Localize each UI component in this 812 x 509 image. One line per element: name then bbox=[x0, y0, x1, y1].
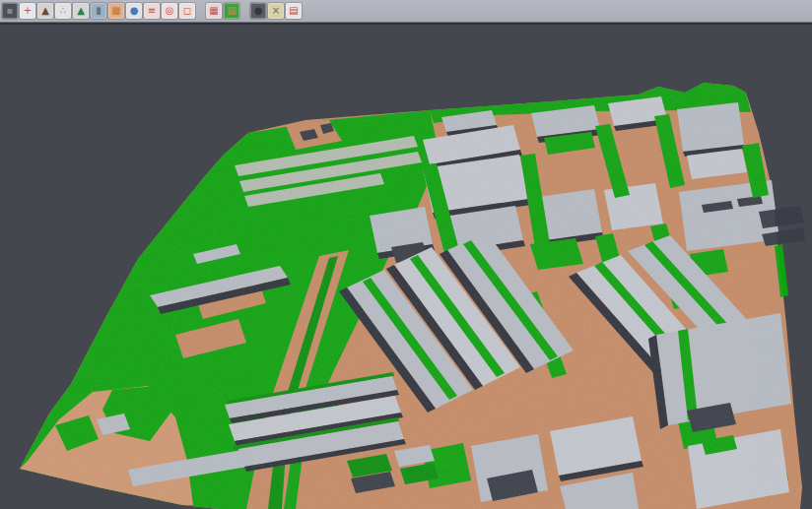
transform-arrows-icon[interactable]: + bbox=[20, 3, 35, 19]
red-crop-icon[interactable]: ◻ bbox=[179, 3, 195, 19]
clipping-x-icon[interactable]: × bbox=[268, 3, 284, 19]
terrain-green-icon[interactable]: ▲ bbox=[73, 3, 89, 19]
red-circle-icon[interactable]: ◎ bbox=[162, 3, 177, 19]
app-window: ▪+▲∴▲▮■●≡◎◻▦▧●×▤ bbox=[0, 0, 812, 509]
orange-square-icon[interactable]: ■ bbox=[108, 3, 124, 19]
terrain-brown-icon[interactable]: ▲ bbox=[37, 3, 53, 19]
viewport-3d[interactable] bbox=[0, 0, 812, 509]
panel-blue-icon[interactable]: ▮ bbox=[91, 3, 106, 19]
point-picker-icon[interactable]: ∴ bbox=[55, 3, 71, 19]
red-layers-icon[interactable]: ▤ bbox=[286, 3, 302, 19]
toolbar: ▪+▲∴▲▮■●≡◎◻▦▧●×▤ bbox=[0, 0, 812, 23]
red-grid-icon[interactable]: ▦ bbox=[206, 3, 222, 19]
globe-icon[interactable]: ● bbox=[126, 3, 142, 19]
dark-sphere-icon[interactable]: ● bbox=[250, 3, 266, 19]
dark-cube-icon[interactable]: ▪ bbox=[2, 3, 18, 19]
classification-palette-icon[interactable]: ▧ bbox=[224, 3, 239, 19]
point-cloud-grain-overlay bbox=[0, 0, 812, 509]
red-list-icon[interactable]: ≡ bbox=[144, 3, 160, 19]
